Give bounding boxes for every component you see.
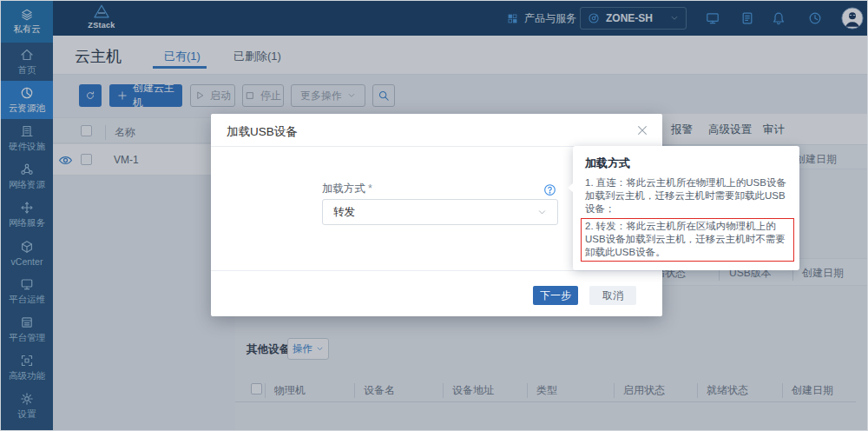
next-button[interactable]: 下一步 bbox=[533, 286, 578, 305]
modal-header: 加载USB设备 bbox=[211, 114, 662, 147]
tooltip-title: 加载方式 bbox=[585, 156, 787, 171]
field-label-text: 加载方式 bbox=[322, 182, 365, 195]
load-mode-tooltip: 加载方式 1. 直连：将此云主机所在物理机上的USB设备加载到云主机，迁移云主机… bbox=[573, 146, 799, 270]
load-mode-select[interactable]: 转发 bbox=[322, 199, 558, 225]
tooltip-item-direct: 1. 直连：将此云主机所在物理机上的USB设备加载到云主机，迁移云主机时需要卸载… bbox=[585, 176, 787, 216]
help-icon[interactable] bbox=[543, 183, 556, 196]
cancel-button[interactable]: 取消 bbox=[589, 286, 636, 305]
modal-title: 加载USB设备 bbox=[227, 124, 298, 140]
tooltip-item-forward-highlighted: 2. 转发：将此云主机所在区域内物理机上的USB设备加载到云主机，迁移云主机时不… bbox=[581, 218, 794, 262]
close-icon[interactable] bbox=[636, 124, 648, 136]
app-window: 私有云 首页 云资源池 硬件设施 网络资源 网络服务 vCenter 平台运维 bbox=[0, 0, 868, 431]
modal-footer: 下一步 取消 bbox=[211, 270, 662, 316]
required-mark: * bbox=[368, 182, 372, 195]
load-mode-label: 加载方式* bbox=[322, 182, 372, 196]
chevron-down-icon bbox=[537, 208, 547, 217]
load-mode-value: 转发 bbox=[333, 205, 355, 220]
